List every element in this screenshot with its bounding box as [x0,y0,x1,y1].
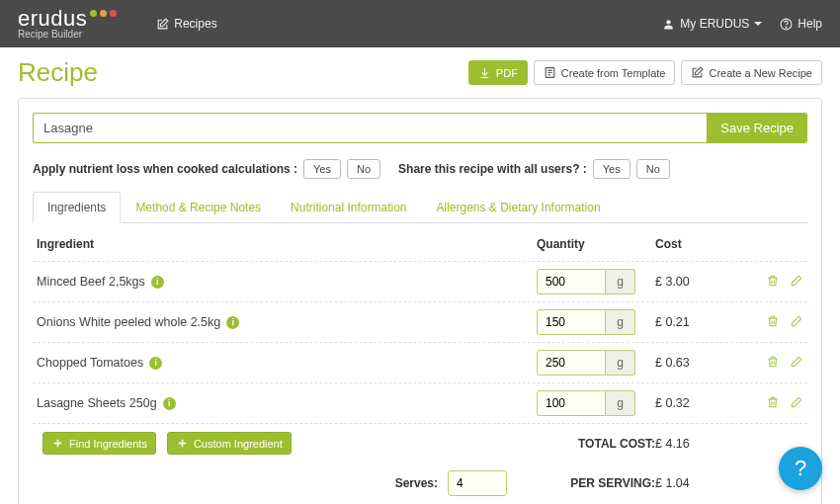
delete-icon[interactable] [766,355,780,372]
cost-value: £ 0.21 [655,315,744,329]
plus-icon [51,437,64,450]
create-new-recipe-button[interactable]: Create a New Recipe [681,60,822,85]
help-fab[interactable]: ? [779,447,822,490]
save-recipe-button[interactable]: Save Recipe [707,113,807,143]
tab-method[interactable]: Method & Recipe Notes [121,192,276,223]
quantity-input[interactable] [537,309,606,335]
cost-value: £ 0.32 [655,396,744,410]
question-icon: ? [795,456,806,481]
ingredient-name: Onions White peeled whole 2.5kgi [37,315,537,329]
help-link[interactable]: Help [780,17,822,31]
unit-label[interactable]: g [606,269,635,294]
nutrient-loss-no[interactable]: No [347,159,380,179]
total-cost-label: TOTAL COST: [537,437,655,451]
total-cost-value: £ 4.16 [655,437,744,451]
page-title: Recipe [18,57,98,88]
quantity-input[interactable] [537,350,606,376]
pdf-button[interactable]: PDF [468,60,528,85]
options-row: Apply nutrient loss when cooked calculat… [33,159,807,179]
below-rows: Find Ingredients Custom Ingredient TOTAL… [33,423,807,455]
chevron-down-icon [754,22,762,26]
ingredient-name: Chopped Tomatoesi [37,356,537,370]
svg-point-2 [786,27,787,28]
info-icon[interactable]: i [226,316,239,329]
template-icon [544,66,556,79]
serves-input[interactable] [448,470,507,496]
share-label: Share this recipe with all users? : [398,162,587,176]
cost-value: £ 3.00 [655,275,744,289]
pdf-button-label: PDF [496,67,518,79]
tab-allergens[interactable]: Allergens & Dietary Information [422,192,616,223]
share-no[interactable]: No [636,159,670,179]
help-icon [780,18,793,31]
table-row: Chopped Tomatoesig£ 0.63 [33,342,807,382]
edit-icon[interactable] [790,274,803,291]
user-icon [662,18,675,31]
unit-label[interactable]: g [606,309,635,335]
info-icon[interactable]: i [149,357,162,370]
col-ingredient: Ingredient [37,237,537,251]
delete-icon[interactable] [766,314,780,331]
page: Recipe PDF Create from Template Create a… [0,47,840,504]
brand-dots [90,10,117,17]
quantity-input[interactable] [537,390,606,416]
my-account-menu[interactable]: My ERUDUS [662,17,762,31]
custom-ingredient-label: Custom Ingredient [194,438,283,450]
per-serving-value: £ 1.04 [655,476,744,490]
info-icon[interactable]: i [163,397,176,410]
nutrient-loss-label: Apply nutrient loss when cooked calculat… [33,162,297,176]
unit-label[interactable]: g [606,390,635,416]
brand-subtitle: Recipe Builder [18,30,117,40]
per-serving-label: PER SERVING: [537,476,655,490]
serves-row: Serves: PER SERVING: £ 1.04 [33,455,807,496]
ingredient-name: Minced Beef 2,5kgsi [37,275,537,289]
find-ingredients-label: Find Ingredients [69,438,147,450]
col-cost: Cost [655,237,744,251]
table-row: Lasagne Sheets 250gig£ 0.32 [33,382,807,423]
edit-icon[interactable] [790,395,803,412]
custom-ingredient-button[interactable]: Custom Ingredient [167,432,292,455]
col-quantity: Quantity [537,237,655,251]
create-new-recipe-label: Create a New Recipe [709,67,812,79]
edit-icon[interactable] [790,355,803,372]
edit-icon[interactable] [790,314,803,331]
tab-nutrition[interactable]: Nutritional Information [276,192,421,223]
unit-label[interactable]: g [606,350,635,376]
quantity-input[interactable] [537,269,606,294]
download-icon [478,66,491,79]
recipe-panel: Save Recipe Apply nutrient loss when coo… [18,98,822,504]
brand-logo: erudus Recipe Builder [18,8,117,40]
tabs: Ingredients Method & Recipe Notes Nutrit… [33,191,807,223]
find-ingredients-button[interactable]: Find Ingredients [42,432,156,455]
table-row: Onions White peeled whole 2.5kgig£ 0.21 [33,301,807,342]
title-row: Save Recipe [33,113,807,143]
delete-icon[interactable] [766,274,780,291]
table-row: Minced Beef 2,5kgsig£ 3.00 [33,261,807,301]
topbar: erudus Recipe Builder Recipes My ERUDUS … [0,0,840,47]
nav-recipes[interactable]: Recipes [156,17,216,31]
ingredient-rows: Minced Beef 2,5kgsig£ 3.00Onions White p… [33,261,807,423]
page-header: Recipe PDF Create from Template Create a… [18,57,822,88]
cost-value: £ 0.63 [655,356,744,370]
create-from-template-label: Create from Template [561,67,666,79]
my-account-label: My ERUDUS [680,17,749,31]
nutrient-loss-yes[interactable]: Yes [303,159,341,179]
new-recipe-icon [691,66,704,79]
help-label: Help [798,17,822,31]
brand-name: erudus [18,8,87,30]
create-from-template-button[interactable]: Create from Template [534,60,676,85]
edit-icon [156,18,169,31]
serves-label: Serves: [395,476,448,490]
delete-icon[interactable] [766,395,780,412]
ingredient-name: Lasagne Sheets 250gi [37,396,537,410]
tab-ingredients[interactable]: Ingredients [33,192,121,223]
recipe-title-input[interactable] [33,113,707,143]
info-icon[interactable]: i [151,276,164,289]
svg-point-0 [667,20,671,24]
share-yes[interactable]: Yes [593,159,630,179]
plus-icon [176,437,189,450]
table-header: Ingredient Quantity Cost [33,223,807,261]
nav-recipes-label: Recipes [174,17,216,31]
